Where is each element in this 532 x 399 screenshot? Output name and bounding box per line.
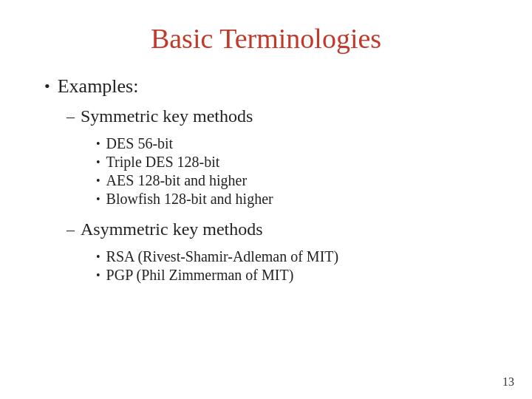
asymmetric-heading-text: Asymmetric key methods [81, 219, 263, 239]
examples-bullet: • Examples: [44, 75, 488, 98]
list-item: • Blowfish 128-bit and higher [96, 191, 488, 208]
item-text: DES 56-bit [106, 135, 174, 152]
symmetric-heading: – Symmetric key methods [66, 106, 488, 126]
item-text: Triple DES 128-bit [106, 154, 220, 171]
list-item: • RSA (Rivest-Shamir-Adleman of MIT) [96, 248, 488, 265]
bullet-dot: • [96, 269, 100, 282]
examples-label: Examples: [58, 75, 139, 98]
item-text: Blowfish 128-bit and higher [106, 191, 273, 208]
asymmetric-dash: – [66, 220, 75, 239]
page-number: 13 [502, 375, 514, 389]
asymmetric-list: • RSA (Rivest-Shamir-Adleman of MIT) • P… [96, 248, 488, 284]
symmetric-list: • DES 56-bit • Triple DES 128-bit • AES … [96, 135, 488, 208]
bullet-dot: • [96, 156, 100, 169]
slide-title: Basic Terminologies [44, 22, 488, 55]
item-text: PGP (Phil Zimmerman of MIT) [106, 267, 294, 284]
asymmetric-heading: – Asymmetric key methods [66, 219, 488, 239]
slide: Basic Terminologies • Examples: – Symmet… [0, 0, 532, 399]
list-item: • DES 56-bit [96, 135, 488, 152]
bullet-dot: • [96, 137, 100, 151]
bullet-dot: • [96, 174, 100, 188]
list-item: • AES 128-bit and higher [96, 172, 488, 189]
bullet-dot: • [96, 193, 100, 206]
list-item: • Triple DES 128-bit [96, 154, 488, 171]
list-item: • PGP (Phil Zimmerman of MIT) [96, 267, 488, 284]
symmetric-heading-text: Symmetric key methods [81, 106, 253, 126]
item-text: RSA (Rivest-Shamir-Adleman of MIT) [106, 248, 339, 265]
bullet-dot: • [96, 250, 100, 264]
slide-content: • Examples: – Symmetric key methods • DE… [44, 75, 488, 377]
examples-dot: • [44, 77, 50, 96]
symmetric-dash: – [66, 107, 75, 126]
item-text: AES 128-bit and higher [106, 172, 248, 189]
